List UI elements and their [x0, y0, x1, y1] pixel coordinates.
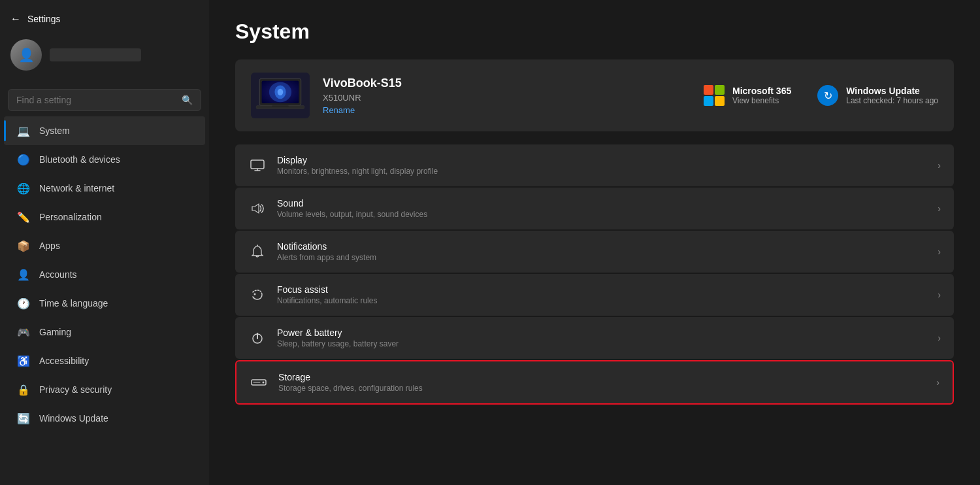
settings-label: Settings	[27, 14, 61, 24]
focus-text: Focus assist Notifications, automatic ru…	[277, 284, 927, 305]
sidebar-item-system[interactable]: 💻 System	[4, 116, 205, 145]
settings-item-storage[interactable]: Storage Storage space, drives, configura…	[235, 360, 954, 405]
sidebar-item-privacy[interactable]: 🔒 Privacy & security	[4, 375, 205, 404]
device-name: VivoBook-S15	[323, 76, 691, 90]
gaming-icon: 🎮	[17, 326, 30, 339]
sidebar-item-label: Windows Update	[39, 413, 108, 424]
sound-icon	[248, 199, 267, 218]
ms365-square-yellow	[715, 96, 725, 106]
sidebar-item-label: Gaming	[39, 327, 71, 337]
sidebar-item-label: Accessibility	[39, 356, 89, 366]
ms365-square-red	[704, 85, 713, 95]
sidebar-item-label: Privacy & security	[39, 384, 112, 395]
power-text: Power & battery Sleep, battery usage, ba…	[277, 327, 927, 348]
settings-item-display[interactable]: Display Monitors, brightness, night ligh…	[235, 144, 954, 186]
privacy-icon: 🔒	[17, 383, 30, 396]
sound-title: Sound	[277, 198, 927, 209]
avatar-image: 👤	[10, 39, 42, 71]
back-arrow-icon: ←	[10, 13, 21, 25]
sidebar-item-apps[interactable]: 📦 Apps	[4, 231, 205, 260]
focus-chevron-icon: ›	[938, 290, 941, 300]
microsoft365-sublabel[interactable]: View benefits	[732, 96, 791, 105]
device-info: VivoBook-S15 X510UNR Rename	[323, 76, 691, 115]
notifications-title: Notifications	[277, 241, 927, 252]
avatar: 👤	[10, 39, 42, 71]
accounts-icon: 👤	[17, 268, 30, 281]
windowsupdate-extra: ↻ Windows Update Last checked: 7 hours a…	[817, 85, 938, 106]
laptop-svg	[254, 76, 306, 115]
notifications-text: Notifications Alerts from apps and syste…	[277, 241, 927, 262]
sound-chevron-icon: ›	[938, 203, 941, 214]
device-extras: Microsoft 365 View benefits ↻ Windows Up…	[704, 85, 938, 106]
ms365-square-blue	[704, 96, 713, 106]
focus-desc: Notifications, automatic rules	[277, 296, 927, 305]
sidebar-item-bluetooth[interactable]: 🔵 Bluetooth & devices	[4, 145, 205, 174]
sidebar-item-gaming[interactable]: 🎮 Gaming	[4, 318, 205, 346]
settings-item-notifications[interactable]: Notifications Alerts from apps and syste…	[235, 231, 954, 273]
sidebar-item-label: Accounts	[39, 269, 77, 280]
focus-icon	[248, 286, 267, 304]
display-text: Display Monitors, brightness, night ligh…	[277, 155, 927, 176]
svg-rect-8	[251, 160, 264, 169]
personalization-icon: ✏️	[17, 210, 30, 224]
user-name-bar	[50, 48, 141, 61]
storage-text: Storage Storage space, drives, configura…	[278, 372, 926, 393]
sidebar-item-label: Network & internet	[39, 183, 114, 193]
svg-rect-7	[272, 105, 289, 107]
display-title: Display	[277, 155, 927, 165]
sidebar-item-time[interactable]: 🕐 Time & language	[4, 289, 205, 318]
settings-item-sound[interactable]: Sound Volume levels, output, input, soun…	[235, 188, 954, 229]
storage-title: Storage	[278, 372, 926, 382]
search-box[interactable]: 🔍	[8, 89, 201, 111]
sidebar-item-accessibility[interactable]: ♿ Accessibility	[4, 346, 205, 375]
ms365-square-green	[715, 85, 725, 95]
device-model: X510UNR	[323, 93, 691, 103]
back-button[interactable]: ← Settings	[0, 7, 209, 31]
sidebar-item-accounts[interactable]: 👤 Accounts	[4, 260, 205, 289]
sidebar-item-label: System	[39, 125, 70, 136]
sidebar-item-network[interactable]: 🌐 Network & internet	[4, 174, 205, 203]
microsoft365-text: Microsoft 365 View benefits	[732, 86, 791, 105]
apps-icon: 📦	[17, 239, 30, 252]
sidebar-nav: 💻 System 🔵 Bluetooth & devices 🌐 Network…	[0, 116, 209, 433]
page-title: System	[235, 20, 954, 44]
device-image	[251, 73, 310, 118]
power-title: Power & battery	[277, 327, 927, 338]
notifications-desc: Alerts from apps and system	[277, 253, 927, 262]
microsoft365-extra: Microsoft 365 View benefits	[704, 85, 791, 106]
notifications-icon	[248, 242, 267, 261]
settings-list: Display Monitors, brightness, night ligh…	[235, 144, 954, 405]
windowsupdate-sublabel: Last checked: 7 hours ago	[846, 96, 938, 105]
svg-point-13	[254, 293, 256, 295]
power-icon	[248, 329, 267, 347]
settings-item-focus[interactable]: Focus assist Notifications, automatic ru…	[235, 274, 954, 316]
settings-item-power[interactable]: Power & battery Sleep, battery usage, ba…	[235, 317, 954, 359]
power-desc: Sleep, battery usage, battery saver	[277, 339, 927, 348]
sidebar-item-personalization[interactable]: ✏️ Personalization	[4, 203, 205, 231]
svg-point-17	[263, 382, 265, 384]
sidebar-item-windowsupdate[interactable]: 🔄 Windows Update	[4, 404, 205, 433]
sidebar-item-label: Time & language	[39, 298, 108, 309]
power-chevron-icon: ›	[938, 333, 941, 343]
windowsupdate-icon: 🔄	[17, 412, 30, 425]
windowsupdate-refresh-icon: ↻	[817, 85, 838, 106]
user-section: 👤	[0, 31, 209, 78]
microsoft365-label: Microsoft 365	[732, 86, 791, 96]
device-rename-link[interactable]: Rename	[323, 105, 691, 115]
time-icon: 🕐	[17, 297, 30, 310]
device-card: VivoBook-S15 X510UNR Rename Microsoft 36…	[235, 59, 954, 131]
storage-chevron-icon: ›	[936, 377, 939, 388]
display-chevron-icon: ›	[938, 160, 941, 171]
system-icon: 💻	[17, 124, 30, 137]
accessibility-icon: ♿	[17, 354, 30, 367]
display-icon	[248, 156, 267, 175]
network-icon: 🌐	[17, 182, 30, 195]
windowsupdate-label: Windows Update	[846, 86, 938, 96]
windowsupdate-text: Windows Update Last checked: 7 hours ago	[846, 86, 938, 105]
search-icon: 🔍	[182, 95, 193, 105]
search-input[interactable]	[16, 95, 176, 105]
sidebar-item-label: Bluetooth & devices	[39, 154, 120, 165]
svg-marker-11	[252, 204, 259, 213]
main-content: System	[209, 0, 980, 485]
sidebar: ← Settings 👤 🔍 💻 System 🔵 Bluetooth & de…	[0, 0, 209, 485]
